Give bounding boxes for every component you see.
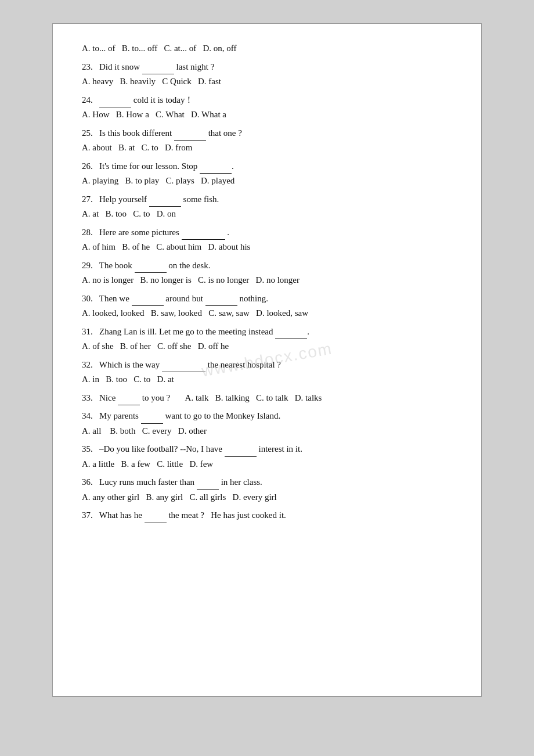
q35-options: A. a little B. a few C. little D. few xyxy=(82,457,452,472)
q33-blank xyxy=(118,397,140,405)
question-28: 28. Here are some pictures . A. of him B… xyxy=(82,225,452,255)
question-27: 27. Help yourself some fish. A. at B. to… xyxy=(82,192,452,222)
question-37: 37. What has he the meat ? He has just c… xyxy=(82,508,452,523)
q35-blank xyxy=(225,448,257,457)
question-33: 33. Nice to you ? A. talk B. talking C. … xyxy=(82,391,452,406)
q26-options: A. playing B. to play C. plays D. played xyxy=(82,174,452,189)
q24-text: 24. cold it is today！ xyxy=(82,93,452,108)
q23-text: 23. Did it snow last night ? xyxy=(82,60,452,75)
q27-options: A. at B. too C. to D. on xyxy=(82,207,452,222)
q23-options: A. heavy B. heavily C Quick D. fast xyxy=(82,74,452,89)
q35-text: 35. –Do you like football? --No, I have … xyxy=(82,442,452,457)
exam-page: www.bdocx.com A. to... of B. to... off C… xyxy=(52,23,482,697)
question-29: 29. The book on the desk. A. no is longe… xyxy=(82,258,452,288)
question-34: 34. My parents want to go to the Monkey … xyxy=(82,409,452,438)
q27-text: 27. Help yourself some fish. xyxy=(82,192,452,207)
q28-blank xyxy=(182,231,225,240)
top-options: A. to... of B. to... off C. at... of D. … xyxy=(82,41,452,56)
question-23: 23. Did it snow last night ? A. heavy B.… xyxy=(82,60,452,89)
q30-options: A. looked, looked B. saw, looked C. saw,… xyxy=(82,306,452,321)
q34-blank xyxy=(141,415,163,424)
question-35: 35. –Do you like football? --No, I have … xyxy=(82,442,452,471)
question-24: 24. cold it is today！ A. How B. How a C.… xyxy=(82,93,452,123)
question-30: 30. Then we around but nothing. A. looke… xyxy=(82,291,452,321)
q34-text: 34. My parents want to go to the Monkey … xyxy=(82,409,452,424)
q32-text: 32. Which is the way the nearest hospita… xyxy=(82,358,452,373)
q33-text: 33. Nice to you ? A. talk B. talking C. … xyxy=(82,391,452,406)
q29-blank xyxy=(135,264,167,273)
q26-text: 26. It's time for our lesson. Stop . xyxy=(82,159,452,174)
q28-options: A. of him B. of he C. about him D. about… xyxy=(82,240,452,255)
q31-blank xyxy=(275,330,307,339)
question-31: 31. Zhang Lan is ill. Let me go to the m… xyxy=(82,325,452,354)
q36-text: 36. Lucy runs much faster than in her cl… xyxy=(82,475,452,490)
q27-blank xyxy=(149,198,181,207)
q30-text: 30. Then we around but nothing. xyxy=(82,291,452,307)
q25-blank xyxy=(174,132,206,141)
q37-text: 37. What has he the meat ? He has just c… xyxy=(82,508,452,523)
q32-blank xyxy=(162,363,205,372)
q25-text: 25. Is this book different that one ? xyxy=(82,126,452,141)
q32-options: A. in B. too C. to D. at xyxy=(82,372,452,387)
q34-options: A. all B. both C. every D. other xyxy=(82,424,452,439)
q26-blank xyxy=(200,165,232,174)
q36-options: A. any other girl B. any girl C. all gir… xyxy=(82,490,452,505)
question-32: 32. Which is the way the nearest hospita… xyxy=(82,358,452,387)
q23-blank xyxy=(142,66,174,74)
q29-options: A. no is longer B. no longer is C. is no… xyxy=(82,273,452,288)
q24-options: A. How B. How a C. What D. What a xyxy=(82,107,452,123)
q31-options: A. of she B. of her C. off she D. off he xyxy=(82,339,452,354)
q30-blank1 xyxy=(132,297,164,306)
question-25: 25. Is this book different that one ? A.… xyxy=(82,126,452,156)
question-36: 36. Lucy runs much faster than in her cl… xyxy=(82,475,452,505)
question-26: 26. It's time for our lesson. Stop . A. … xyxy=(82,159,452,189)
q25-options: A. about B. at C. to D. from xyxy=(82,141,452,156)
q30-blank2 xyxy=(205,297,237,306)
q31-text: 31. Zhang Lan is ill. Let me go to the m… xyxy=(82,325,452,340)
q24-blank xyxy=(99,99,131,107)
q36-blank xyxy=(197,481,219,490)
top-options-text: A. to... of B. to... off C. at... of D. … xyxy=(82,41,452,56)
q37-blank xyxy=(145,514,167,523)
q29-text: 29. The book on the desk. xyxy=(82,258,452,273)
q28-text: 28. Here are some pictures . xyxy=(82,225,452,240)
